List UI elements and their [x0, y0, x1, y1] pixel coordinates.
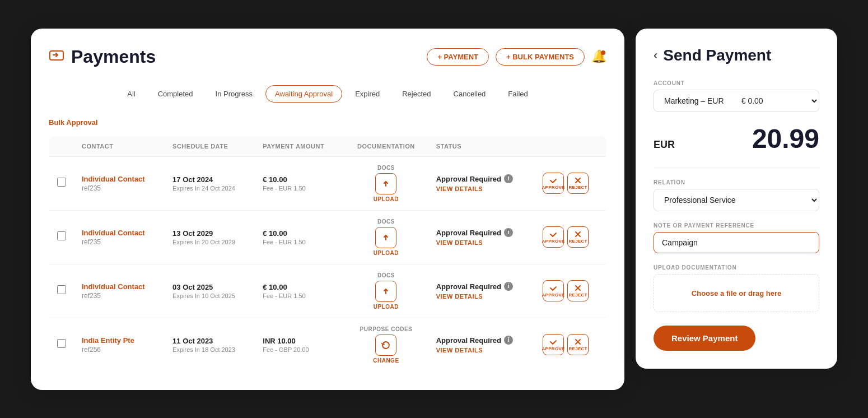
- doc-action-button[interactable]: [375, 227, 396, 248]
- payment-fee: Fee - GBP 20.00: [263, 346, 336, 353]
- tab-failed[interactable]: Failed: [498, 85, 537, 103]
- reject-label: REJECT: [568, 239, 587, 244]
- relation-select[interactable]: Professional Service: [654, 189, 819, 211]
- approve-button[interactable]: APPROVE: [543, 173, 564, 194]
- tab-rejected[interactable]: Rejected: [393, 85, 440, 103]
- contact-name[interactable]: India Entity Pte: [82, 336, 157, 345]
- approve-label: APPROVE: [542, 185, 565, 190]
- back-button[interactable]: ‹: [654, 48, 657, 63]
- bulk-payments-button[interactable]: + BULK PAYMENTS: [496, 48, 585, 66]
- tab-in-progress[interactable]: In Progress: [206, 85, 262, 103]
- doc-action-button[interactable]: [375, 335, 396, 356]
- row-checkbox-cell: [49, 210, 74, 264]
- tab-completed[interactable]: Completed: [148, 85, 203, 103]
- add-payment-button[interactable]: + PAYMENT: [427, 48, 489, 66]
- reject-button[interactable]: REJECT: [567, 280, 589, 301]
- doc-action-label: CHANGE: [352, 357, 421, 364]
- header-actions: + PAYMENT + BULK PAYMENTS 🔔: [427, 48, 606, 66]
- view-details-link[interactable]: VIEW DETAILS: [436, 239, 527, 246]
- schedule-date-cell: 13 Oct 2029 Expires In 20 Oct 2029: [165, 210, 255, 264]
- tabs-row: All Completed In Progress Awaiting Appro…: [49, 85, 606, 103]
- reject-button[interactable]: REJECT: [567, 173, 589, 194]
- status-cell: Approval Required i VIEW DETAILS: [428, 210, 535, 264]
- status-info-icon[interactable]: i: [504, 228, 513, 237]
- row-checkbox[interactable]: [57, 231, 66, 240]
- account-field-group: ACCOUNT Marketing – EUR € 0.00: [654, 80, 819, 112]
- tab-awaiting-approval[interactable]: Awaiting Approval: [265, 85, 342, 103]
- bulk-approval-link[interactable]: Bulk Approval: [49, 118, 606, 127]
- account-select[interactable]: Marketing – EUR € 0.00: [654, 90, 819, 112]
- note-input[interactable]: [654, 232, 819, 253]
- view-details-link[interactable]: VIEW DETAILS: [436, 185, 527, 192]
- doc-action-label: UPLOAD: [352, 196, 421, 202]
- doc-type-label: DOCS: [352, 219, 421, 225]
- approve-label: APPROVE: [542, 292, 565, 298]
- col-actions: [535, 136, 606, 156]
- status-info-icon[interactable]: i: [504, 336, 513, 345]
- contact-name[interactable]: Individual Contact: [82, 229, 157, 237]
- row-checkbox-cell: [49, 264, 74, 318]
- status-text: Approval Required i: [436, 174, 527, 183]
- sp-title: Send Payment: [663, 47, 771, 64]
- schedule-date: 03 Oct 2025: [172, 283, 247, 291]
- upload-area[interactable]: Choose a file or drag here: [654, 274, 819, 312]
- documentation-cell: PURPOSE CODES CHANGE: [344, 318, 428, 371]
- documentation-cell: DOCS UPLOAD: [344, 156, 428, 210]
- status-cell: Approval Required i VIEW DETAILS: [428, 156, 535, 210]
- payment-amount: INR 10.00: [263, 337, 336, 345]
- tab-all[interactable]: All: [118, 85, 144, 103]
- col-contact: CONTACT: [74, 136, 165, 156]
- row-checkbox[interactable]: [57, 285, 66, 294]
- payments-panel: Payments + PAYMENT + BULK PAYMENTS 🔔 All…: [31, 29, 624, 390]
- amount-cell: € 10.00 Fee - EUR 1.50: [255, 156, 344, 210]
- contact-ref: ref256: [82, 346, 157, 354]
- contact-cell: Individual Contact ref235: [74, 264, 165, 318]
- doc-action-button[interactable]: [375, 281, 396, 302]
- schedule-date-cell: 03 Oct 2025 Expires In 10 Oct 2025: [165, 264, 255, 318]
- doc-action-button[interactable]: [375, 173, 396, 194]
- payments-icon: [49, 47, 64, 66]
- view-details-link[interactable]: VIEW DETAILS: [436, 293, 527, 300]
- approve-button[interactable]: APPROVE: [543, 280, 564, 301]
- col-documentation: DOCUMENTATION: [344, 136, 428, 156]
- row-checkbox-cell: [49, 156, 74, 210]
- relation-label: RELATION: [654, 179, 819, 185]
- contact-cell: Individual Contact ref235: [74, 210, 165, 264]
- reject-label: REJECT: [568, 346, 587, 351]
- relation-field-group: RELATION Professional Service: [654, 179, 819, 211]
- expires-date: Expires In 24 Oct 2024: [172, 185, 247, 192]
- payment-amount: € 10.00: [263, 283, 336, 291]
- contact-name[interactable]: Individual Contact: [82, 282, 157, 291]
- reject-button[interactable]: REJECT: [567, 226, 589, 248]
- send-payment-panel: ‹ Send Payment ACCOUNT Marketing – EUR €…: [636, 29, 837, 369]
- table-row: Individual Contact ref235 13 Oct 2029 Ex…: [49, 210, 606, 264]
- doc-action-label: UPLOAD: [352, 250, 421, 256]
- approve-button[interactable]: APPROVE: [543, 334, 564, 355]
- view-details-link[interactable]: VIEW DETAILS: [436, 347, 527, 354]
- contact-cell: India Entity Pte ref256: [74, 318, 165, 371]
- schedule-date-cell: 11 Oct 2023 Expires In 18 Oct 2023: [165, 318, 255, 371]
- row-checkbox[interactable]: [57, 339, 66, 348]
- row-checkbox[interactable]: [57, 178, 66, 187]
- amount-cell: € 10.00 Fee - EUR 1.50: [255, 210, 344, 264]
- panel-title: Payments: [49, 47, 156, 67]
- actions-cell: APPROVE REJECT: [535, 210, 606, 264]
- row-checkbox-cell: [49, 318, 74, 371]
- contact-name[interactable]: Individual Contact: [82, 175, 157, 183]
- review-payment-button[interactable]: Review Payment: [654, 326, 755, 351]
- col-payment-amount: PAYMENT AMOUNT: [255, 136, 344, 156]
- doc-type-label: DOCS: [352, 165, 421, 171]
- schedule-date: 13 Oct 2029: [172, 229, 247, 238]
- col-status: STATUS: [428, 136, 535, 156]
- reject-label: REJECT: [568, 292, 587, 298]
- tab-cancelled[interactable]: Cancelled: [444, 85, 496, 103]
- reject-button[interactable]: REJECT: [567, 334, 589, 355]
- tab-expired[interactable]: Expired: [346, 85, 389, 103]
- amount-cell: INR 10.00 Fee - GBP 20.00: [255, 318, 344, 371]
- status-info-icon[interactable]: i: [504, 282, 513, 291]
- upload-link[interactable]: Choose a file or drag here: [692, 289, 781, 298]
- notification-button[interactable]: 🔔: [591, 49, 606, 64]
- doc-type-label: DOCS: [352, 272, 421, 278]
- status-info-icon[interactable]: i: [504, 174, 513, 183]
- approve-button[interactable]: APPROVE: [543, 226, 564, 248]
